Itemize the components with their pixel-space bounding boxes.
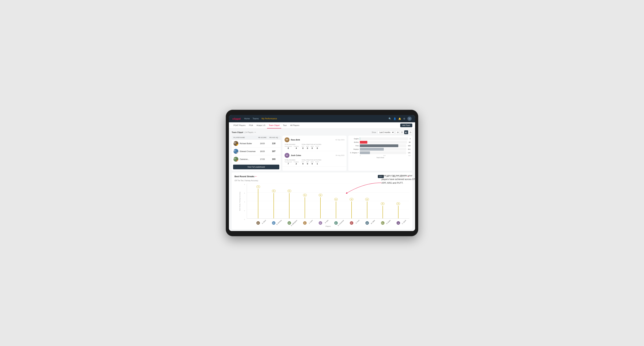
bar-value: 311 <box>408 148 410 150</box>
streak-bar-wrapper: 3x <box>375 184 390 218</box>
sub-nav-all-players[interactable]: All Players <box>288 122 301 128</box>
chart-x-axis: 0 200 400 <box>360 155 410 156</box>
avatar[interactable]: U <box>408 117 412 121</box>
y-label: 2 <box>244 210 246 211</box>
time-filter-select[interactable]: Last 3 months <box>378 131 394 134</box>
player-name-label: E. Crossman <box>328 219 344 221</box>
streak-badge: 7x <box>256 185 260 188</box>
nav-actions: 🔍 👤 🔔 ⚙ U <box>388 117 412 121</box>
streak-bar-wrapper: 4x <box>359 184 375 218</box>
avatar: RB 1 <box>234 141 238 146</box>
chart-panel: Eagles 3 Birdies 96 Pars 499 Bogeys 311 <box>348 136 412 171</box>
table-row[interactable]: EC 2 Edward Crossman 18/20 107 <box>232 148 281 155</box>
bar-fill <box>360 137 360 140</box>
player-mini-avatar: BM <box>272 221 276 225</box>
y-label: 6 <box>244 192 246 194</box>
player-name: Richard Butler <box>240 142 252 145</box>
player-card-header: RB Rees Britt 02 Sep 2023 <box>284 137 344 142</box>
avatar: JC <box>284 153 290 158</box>
player-info: RB 1 Richard Butler <box>234 141 256 146</box>
bar-label: Eagles <box>350 138 359 140</box>
nav-teams[interactable]: Teams <box>252 117 259 121</box>
x-label-0: 0 <box>360 155 360 156</box>
stats-row: Total Rounds Tournament 8 Practice <box>284 144 344 149</box>
chart-bar-row: D. Bogeys + 131 <box>350 151 410 154</box>
bar-fill <box>360 141 367 144</box>
streak-bar: 7x <box>258 189 258 218</box>
streak-badge: 5x <box>319 194 322 196</box>
streak-player-column: 6x <box>282 184 297 218</box>
players-x-label: Players <box>247 225 410 227</box>
player-name-label: R. Britt <box>312 219 328 221</box>
streak-bar: 4x <box>352 201 352 218</box>
edit-icon[interactable]: ✏ <box>254 131 256 134</box>
streak-badge: 4x <box>334 198 338 201</box>
grid-view-btn[interactable]: ⊞ <box>396 130 400 134</box>
player-name: Cameron... <box>240 158 249 160</box>
settings-icon[interactable]: ⚙ <box>403 117 405 120</box>
user-icon[interactable]: 👤 <box>394 117 396 120</box>
sub-nav-pgat[interactable]: PGAT Players <box>232 122 247 128</box>
view-leaderboard-button[interactable]: View Full Leaderboard <box>233 165 279 169</box>
streak-bar-wrapper: 6x <box>282 184 297 218</box>
player-name-label: D. Ford <box>344 219 359 221</box>
streak-bar: 6x <box>289 193 290 218</box>
streak-bar-wrapper: 7x <box>250 184 266 218</box>
chart-bar-row: Birdies 96 <box>350 141 410 144</box>
nav-home[interactable]: Home <box>244 117 250 121</box>
streak-bar-wrapper: 3x <box>390 184 406 218</box>
streaks-chart-wrapper: Best Streak, Fairway Accuracy 0 2 4 6 8 <box>234 184 410 227</box>
show-label: Show <box>372 131 376 133</box>
player-card-header: JC Josh Coles 26 Aug 2023 <box>284 153 344 158</box>
bar-label: Pars <box>350 145 359 147</box>
bell-icon[interactable]: 🔔 <box>398 117 401 120</box>
player-card-date: 02 Sep 2023 <box>336 139 344 141</box>
two-col-layout: PLAYER NAME PB SCORE PB AVG SQ RB 1 <box>232 136 412 171</box>
streak-badge: 3x <box>381 202 384 205</box>
player-info: EC 2 Edward Crossman <box>234 149 256 154</box>
y-axis-title: Best Streak, Fairway Accuracy <box>239 200 240 211</box>
x-label-400: 400 <box>408 155 410 156</box>
leaderboard-header: PLAYER NAME PB SCORE PB AVG SQ <box>232 136 281 140</box>
streak-bar: 5x <box>320 197 320 218</box>
sub-nav-team-clippd[interactable]: Team Clippd <box>267 122 281 128</box>
team-count: | 14 Players <box>244 131 254 133</box>
sub-nav-tour[interactable]: Tour <box>281 122 288 128</box>
streak-bar: 4x <box>336 201 336 218</box>
score-cell: 17/20 <box>256 158 268 160</box>
table-view-btn[interactable]: ⊟ <box>408 130 412 134</box>
add-team-button[interactable]: Add Team <box>400 124 412 127</box>
avatar: CA 3 <box>234 157 238 162</box>
sub-nav-hcaps[interactable]: Hcaps 1-5 <box>255 122 267 128</box>
bar-value: 131 <box>408 152 410 154</box>
player-name-label: B. McHerg <box>266 219 282 221</box>
nav-my-performance[interactable]: My Performance <box>262 117 277 121</box>
streak-player-column: 7x <box>250 184 266 218</box>
streak-bar-wrapper: 4x <box>344 184 359 218</box>
card-view-btn[interactable]: ◧ <box>404 130 408 134</box>
table-row[interactable]: RB 1 Richard Butler 19/20 110 <box>232 140 281 148</box>
list-view-btn[interactable]: ☰ <box>400 130 404 134</box>
nav-links: Home Teams My Performance <box>244 117 385 121</box>
rank-badge: 2 <box>236 152 238 154</box>
lb-col-avg: PB AVG SQ <box>268 137 279 138</box>
player-mini-avatar: CQ <box>396 221 400 225</box>
player-mini-avatar: EC <box>334 221 338 225</box>
bar-container <box>360 151 406 154</box>
stats-row: Total Rounds Tournament 7 Practice <box>284 159 344 165</box>
players-panel: RB Rees Britt 02 Sep 2023 Total Rounds <box>282 136 346 171</box>
player-mini-avatar: EE <box>256 221 260 225</box>
player-name-label: C. Quick <box>390 219 406 221</box>
search-icon[interactable]: 🔍 <box>388 117 391 120</box>
y-label: 4 <box>244 201 246 203</box>
streak-player-column: 3x <box>375 184 390 218</box>
player-mini-avatar: MM <box>366 221 369 225</box>
annotation-box: Here you can see streaks your players ha… <box>382 174 420 185</box>
bar-container <box>360 141 407 144</box>
sub-nav-pga[interactable]: PGA <box>247 122 255 128</box>
player-mini-avatar: JC <box>303 221 306 225</box>
streaks-x-avatars: EEBMDBJCRBECDFMMRBuCQ <box>247 221 410 225</box>
streak-player-column: 6x <box>266 184 282 218</box>
table-row[interactable]: CA 3 Cameron... 17/20 103 <box>232 155 281 163</box>
score-cell: 19/20 <box>256 142 268 145</box>
